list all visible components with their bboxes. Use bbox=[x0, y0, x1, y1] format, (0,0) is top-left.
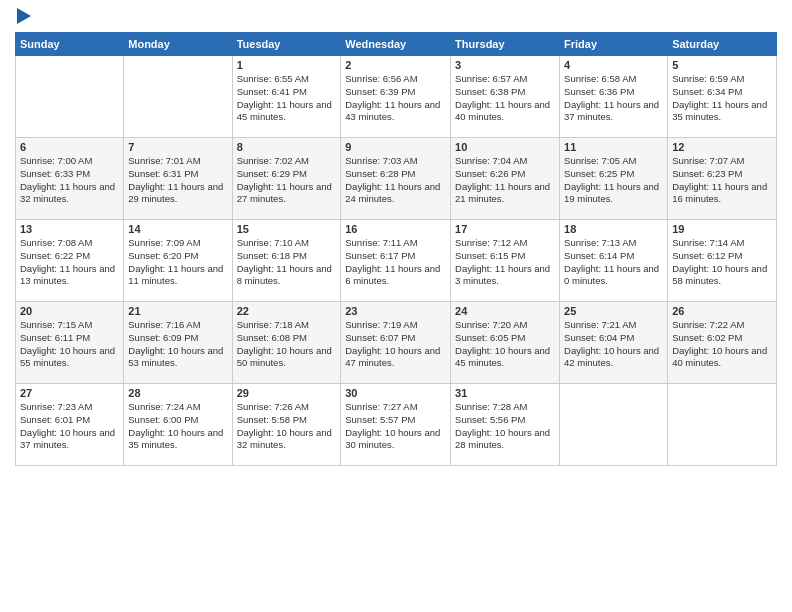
day-cell: 6Sunrise: 7:00 AM Sunset: 6:33 PM Daylig… bbox=[16, 138, 124, 220]
day-number: 1 bbox=[237, 59, 337, 71]
col-header-tuesday: Tuesday bbox=[232, 33, 341, 56]
col-header-friday: Friday bbox=[560, 33, 668, 56]
day-info: Sunrise: 7:15 AM Sunset: 6:11 PM Dayligh… bbox=[20, 319, 119, 370]
day-info: Sunrise: 7:02 AM Sunset: 6:29 PM Dayligh… bbox=[237, 155, 337, 206]
day-info: Sunrise: 7:21 AM Sunset: 6:04 PM Dayligh… bbox=[564, 319, 663, 370]
calendar-body: 1Sunrise: 6:55 AM Sunset: 6:41 PM Daylig… bbox=[16, 56, 777, 466]
day-cell: 3Sunrise: 6:57 AM Sunset: 6:38 PM Daylig… bbox=[451, 56, 560, 138]
week-row-4: 27Sunrise: 7:23 AM Sunset: 6:01 PM Dayli… bbox=[16, 384, 777, 466]
day-cell: 2Sunrise: 6:56 AM Sunset: 6:39 PM Daylig… bbox=[341, 56, 451, 138]
day-number: 29 bbox=[237, 387, 337, 399]
col-header-monday: Monday bbox=[124, 33, 232, 56]
day-info: Sunrise: 7:24 AM Sunset: 6:00 PM Dayligh… bbox=[128, 401, 227, 452]
day-info: Sunrise: 6:58 AM Sunset: 6:36 PM Dayligh… bbox=[564, 73, 663, 124]
day-info: Sunrise: 7:26 AM Sunset: 5:58 PM Dayligh… bbox=[237, 401, 337, 452]
day-info: Sunrise: 7:05 AM Sunset: 6:25 PM Dayligh… bbox=[564, 155, 663, 206]
day-number: 24 bbox=[455, 305, 555, 317]
day-info: Sunrise: 7:14 AM Sunset: 6:12 PM Dayligh… bbox=[672, 237, 772, 288]
header bbox=[15, 10, 777, 24]
day-cell: 15Sunrise: 7:10 AM Sunset: 6:18 PM Dayli… bbox=[232, 220, 341, 302]
day-cell: 14Sunrise: 7:09 AM Sunset: 6:20 PM Dayli… bbox=[124, 220, 232, 302]
day-cell: 8Sunrise: 7:02 AM Sunset: 6:29 PM Daylig… bbox=[232, 138, 341, 220]
day-info: Sunrise: 7:18 AM Sunset: 6:08 PM Dayligh… bbox=[237, 319, 337, 370]
day-number: 12 bbox=[672, 141, 772, 153]
day-number: 21 bbox=[128, 305, 227, 317]
day-cell: 1Sunrise: 6:55 AM Sunset: 6:41 PM Daylig… bbox=[232, 56, 341, 138]
day-cell: 24Sunrise: 7:20 AM Sunset: 6:05 PM Dayli… bbox=[451, 302, 560, 384]
day-cell: 23Sunrise: 7:19 AM Sunset: 6:07 PM Dayli… bbox=[341, 302, 451, 384]
day-number: 5 bbox=[672, 59, 772, 71]
day-number: 26 bbox=[672, 305, 772, 317]
day-cell bbox=[560, 384, 668, 466]
day-info: Sunrise: 7:20 AM Sunset: 6:05 PM Dayligh… bbox=[455, 319, 555, 370]
day-number: 18 bbox=[564, 223, 663, 235]
day-cell: 7Sunrise: 7:01 AM Sunset: 6:31 PM Daylig… bbox=[124, 138, 232, 220]
week-row-2: 13Sunrise: 7:08 AM Sunset: 6:22 PM Dayli… bbox=[16, 220, 777, 302]
day-cell: 31Sunrise: 7:28 AM Sunset: 5:56 PM Dayli… bbox=[451, 384, 560, 466]
day-number: 10 bbox=[455, 141, 555, 153]
day-cell: 5Sunrise: 6:59 AM Sunset: 6:34 PM Daylig… bbox=[668, 56, 777, 138]
col-header-saturday: Saturday bbox=[668, 33, 777, 56]
week-row-1: 6Sunrise: 7:00 AM Sunset: 6:33 PM Daylig… bbox=[16, 138, 777, 220]
day-info: Sunrise: 6:55 AM Sunset: 6:41 PM Dayligh… bbox=[237, 73, 337, 124]
day-number: 22 bbox=[237, 305, 337, 317]
week-row-3: 20Sunrise: 7:15 AM Sunset: 6:11 PM Dayli… bbox=[16, 302, 777, 384]
col-header-wednesday: Wednesday bbox=[341, 33, 451, 56]
day-info: Sunrise: 7:10 AM Sunset: 6:18 PM Dayligh… bbox=[237, 237, 337, 288]
calendar-table: SundayMondayTuesdayWednesdayThursdayFrid… bbox=[15, 32, 777, 466]
day-info: Sunrise: 7:07 AM Sunset: 6:23 PM Dayligh… bbox=[672, 155, 772, 206]
day-info: Sunrise: 7:23 AM Sunset: 6:01 PM Dayligh… bbox=[20, 401, 119, 452]
logo bbox=[15, 10, 31, 24]
day-number: 23 bbox=[345, 305, 446, 317]
day-info: Sunrise: 7:22 AM Sunset: 6:02 PM Dayligh… bbox=[672, 319, 772, 370]
day-cell: 13Sunrise: 7:08 AM Sunset: 6:22 PM Dayli… bbox=[16, 220, 124, 302]
week-row-0: 1Sunrise: 6:55 AM Sunset: 6:41 PM Daylig… bbox=[16, 56, 777, 138]
day-cell: 26Sunrise: 7:22 AM Sunset: 6:02 PM Dayli… bbox=[668, 302, 777, 384]
page: SundayMondayTuesdayWednesdayThursdayFrid… bbox=[0, 0, 792, 476]
day-number: 20 bbox=[20, 305, 119, 317]
day-cell: 9Sunrise: 7:03 AM Sunset: 6:28 PM Daylig… bbox=[341, 138, 451, 220]
day-cell: 19Sunrise: 7:14 AM Sunset: 6:12 PM Dayli… bbox=[668, 220, 777, 302]
day-info: Sunrise: 6:56 AM Sunset: 6:39 PM Dayligh… bbox=[345, 73, 446, 124]
day-info: Sunrise: 6:57 AM Sunset: 6:38 PM Dayligh… bbox=[455, 73, 555, 124]
day-info: Sunrise: 7:13 AM Sunset: 6:14 PM Dayligh… bbox=[564, 237, 663, 288]
day-info: Sunrise: 7:08 AM Sunset: 6:22 PM Dayligh… bbox=[20, 237, 119, 288]
day-number: 16 bbox=[345, 223, 446, 235]
day-info: Sunrise: 7:19 AM Sunset: 6:07 PM Dayligh… bbox=[345, 319, 446, 370]
day-cell: 25Sunrise: 7:21 AM Sunset: 6:04 PM Dayli… bbox=[560, 302, 668, 384]
day-info: Sunrise: 7:01 AM Sunset: 6:31 PM Dayligh… bbox=[128, 155, 227, 206]
logo-arrow-icon bbox=[17, 8, 31, 24]
day-info: Sunrise: 6:59 AM Sunset: 6:34 PM Dayligh… bbox=[672, 73, 772, 124]
day-number: 3 bbox=[455, 59, 555, 71]
day-info: Sunrise: 7:03 AM Sunset: 6:28 PM Dayligh… bbox=[345, 155, 446, 206]
day-cell: 28Sunrise: 7:24 AM Sunset: 6:00 PM Dayli… bbox=[124, 384, 232, 466]
day-info: Sunrise: 7:04 AM Sunset: 6:26 PM Dayligh… bbox=[455, 155, 555, 206]
day-cell: 27Sunrise: 7:23 AM Sunset: 6:01 PM Dayli… bbox=[16, 384, 124, 466]
day-cell: 21Sunrise: 7:16 AM Sunset: 6:09 PM Dayli… bbox=[124, 302, 232, 384]
day-number: 4 bbox=[564, 59, 663, 71]
day-info: Sunrise: 7:00 AM Sunset: 6:33 PM Dayligh… bbox=[20, 155, 119, 206]
day-cell bbox=[668, 384, 777, 466]
day-number: 27 bbox=[20, 387, 119, 399]
calendar-header-row: SundayMondayTuesdayWednesdayThursdayFrid… bbox=[16, 33, 777, 56]
day-number: 25 bbox=[564, 305, 663, 317]
day-number: 6 bbox=[20, 141, 119, 153]
day-number: 31 bbox=[455, 387, 555, 399]
day-info: Sunrise: 7:11 AM Sunset: 6:17 PM Dayligh… bbox=[345, 237, 446, 288]
day-info: Sunrise: 7:27 AM Sunset: 5:57 PM Dayligh… bbox=[345, 401, 446, 452]
col-header-sunday: Sunday bbox=[16, 33, 124, 56]
day-number: 13 bbox=[20, 223, 119, 235]
day-cell: 12Sunrise: 7:07 AM Sunset: 6:23 PM Dayli… bbox=[668, 138, 777, 220]
day-number: 17 bbox=[455, 223, 555, 235]
day-number: 11 bbox=[564, 141, 663, 153]
day-number: 28 bbox=[128, 387, 227, 399]
day-cell: 29Sunrise: 7:26 AM Sunset: 5:58 PM Dayli… bbox=[232, 384, 341, 466]
day-info: Sunrise: 7:12 AM Sunset: 6:15 PM Dayligh… bbox=[455, 237, 555, 288]
day-cell: 11Sunrise: 7:05 AM Sunset: 6:25 PM Dayli… bbox=[560, 138, 668, 220]
day-number: 14 bbox=[128, 223, 227, 235]
day-cell: 17Sunrise: 7:12 AM Sunset: 6:15 PM Dayli… bbox=[451, 220, 560, 302]
day-number: 8 bbox=[237, 141, 337, 153]
day-cell: 30Sunrise: 7:27 AM Sunset: 5:57 PM Dayli… bbox=[341, 384, 451, 466]
day-cell: 10Sunrise: 7:04 AM Sunset: 6:26 PM Dayli… bbox=[451, 138, 560, 220]
col-header-thursday: Thursday bbox=[451, 33, 560, 56]
